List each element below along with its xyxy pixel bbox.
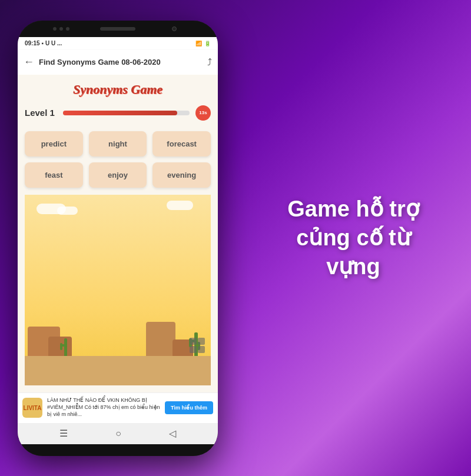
- ad-text-line1: LÀM NHƯ THẾ NÀO ĐỂ VKIN KHÔNG BỊ: [47, 397, 160, 404]
- status-time: 09:15: [25, 40, 40, 46]
- word-button-enjoy[interactable]: enjoy: [89, 162, 147, 188]
- recent-apps-button[interactable]: ☰: [59, 428, 68, 439]
- status-right: 📶 🔋: [195, 41, 211, 46]
- promo-line1: Game hỗ trợ: [287, 196, 419, 221]
- word-button-feast[interactable]: feast: [25, 162, 83, 188]
- level-label: Level 1: [25, 108, 57, 118]
- page-title: Find Synonyms Game 08-06-2020: [39, 58, 203, 66]
- grid-cell: [198, 338, 205, 345]
- ad-logo-text: LIVITA: [24, 405, 42, 411]
- battery-icon: 🔋: [204, 41, 211, 46]
- phone-camera: [172, 26, 177, 31]
- promo-line2: củng cố từ vựng: [296, 225, 410, 279]
- back-nav-button[interactable]: ◁: [169, 428, 176, 439]
- game-content: Synonyms Game Level 1 13s predict night …: [18, 75, 218, 392]
- grid-cell: [198, 346, 205, 353]
- back-button[interactable]: ←: [24, 56, 34, 68]
- phone-speaker: [100, 27, 135, 31]
- status-left: 09:15 ▪ U U ...: [25, 40, 62, 46]
- cloud: [167, 201, 193, 210]
- sensor-dot: [66, 27, 69, 31]
- ad-logo: LIVITA: [22, 398, 42, 418]
- progress-bar-container: [63, 111, 190, 115]
- word-button-forecast[interactable]: forecast: [152, 131, 211, 157]
- ad-cta-button[interactable]: Tìm hiểu thêm: [165, 401, 213, 414]
- ad-text-line3: bị viê m nhiê...: [47, 411, 160, 418]
- phone-top-bar: [18, 21, 218, 37]
- timer-badge: 13s: [195, 105, 211, 121]
- game-title: Synonyms Game: [25, 82, 211, 97]
- ground: [25, 356, 211, 385]
- progress-bar-fill: [63, 111, 177, 115]
- share-button[interactable]: ⤴: [207, 57, 212, 68]
- grid-icon[interactable]: [190, 338, 205, 353]
- grid-cell: [190, 338, 197, 345]
- cloud: [57, 207, 78, 215]
- wifi-icon: 📶: [195, 41, 202, 46]
- home-button[interactable]: ○: [115, 428, 121, 439]
- sensor-dot: [59, 27, 63, 31]
- word-grid: predict night forecast feast enjoy eveni…: [25, 131, 211, 188]
- phone-bottom-nav: ☰ ○ ◁: [18, 423, 218, 444]
- desert-scene: [25, 195, 211, 385]
- status-bar: 09:15 ▪ U U ... 📶 🔋: [18, 37, 218, 50]
- sensor-dot: [53, 27, 57, 31]
- grid-cell: [190, 346, 197, 353]
- word-button-evening[interactable]: evening: [152, 162, 211, 188]
- ad-text: LÀM NHƯ THẾ NÀO ĐỂ VKIN KHÔNG BỊ #VIÊM_N…: [47, 397, 160, 418]
- phone-chin: [18, 444, 218, 456]
- ad-text-line2: #VIÊM_NHIỄM Có tới 87% chị em có biểu hi…: [47, 404, 160, 411]
- ad-banner: LIVITA LÀM NHƯ THẾ NÀO ĐỂ VKIN KHÔNG BỊ …: [18, 392, 218, 423]
- level-row: Level 1 13s: [25, 105, 211, 121]
- word-button-predict[interactable]: predict: [25, 131, 83, 157]
- navigation-bar: ← Find Synonyms Game 08-06-2020 ⤴: [18, 50, 218, 75]
- word-button-night[interactable]: night: [89, 131, 147, 157]
- promo-text: Game hỗ trợ củng cố từ vựng: [271, 194, 436, 281]
- svg-rect-2: [60, 343, 62, 350]
- phone-device: 09:15 ▪ U U ... 📶 🔋 ← Find Synonyms Game…: [18, 21, 218, 456]
- phone-screen: 09:15 ▪ U U ... 📶 🔋 ← Find Synonyms Game…: [18, 37, 218, 444]
- status-icons: ▪ U U ...: [42, 40, 62, 46]
